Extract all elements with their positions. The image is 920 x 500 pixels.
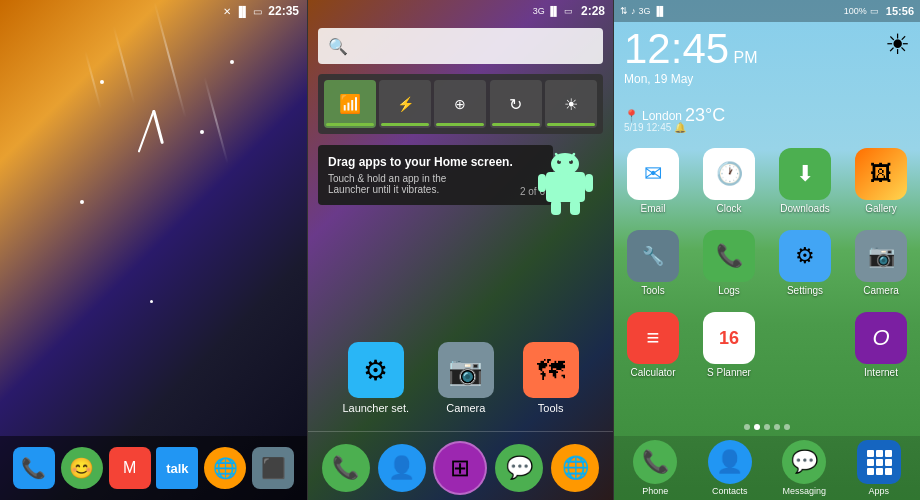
dock-contacts[interactable]: 👤 xyxy=(378,444,426,492)
dock-apps[interactable]: Apps xyxy=(857,440,901,496)
dock-browser[interactable]: 🌐 xyxy=(204,447,246,489)
settings-app[interactable]: ⚙ Settings xyxy=(770,230,840,296)
dock-messaging[interactable]: 💬 Messaging xyxy=(782,440,826,496)
svg-rect-14 xyxy=(876,459,883,466)
shelf-divider xyxy=(308,431,613,432)
status-left-icons: ⇅ ♪ 3G ▐▌ xyxy=(620,6,666,16)
alarm-row: 5/19 12:45 🔔 xyxy=(624,122,686,133)
sync-icon: ↻ xyxy=(509,95,522,114)
brightness-toggle[interactable]: ☀ xyxy=(545,80,597,128)
downloads-app[interactable]: ⬇ Downloads xyxy=(770,148,840,214)
page-indicator xyxy=(614,424,920,430)
tooltip-title: Drag apps to your Home screen. xyxy=(328,155,543,169)
dock-phone[interactable]: 📞 xyxy=(13,447,55,489)
svg-rect-0 xyxy=(546,172,585,202)
wifi-toggle[interactable]: 📶 xyxy=(324,80,376,128)
ampm-display: PM xyxy=(734,49,758,66)
svg-rect-9 xyxy=(570,200,580,215)
status-right-icons: 100% ▭ 15:56 xyxy=(844,5,914,17)
time-display: 12:45 xyxy=(624,25,729,72)
weather-sun-icon: ☀ xyxy=(885,28,910,61)
tools-icon-glyph: 🗺 xyxy=(537,354,565,387)
dock-contacts[interactable]: 👤 Contacts xyxy=(708,440,752,496)
launcher-settings-icon[interactable]: ⚙ Launcher set. xyxy=(342,342,409,414)
dock-phone[interactable]: 📞 Phone xyxy=(633,440,677,496)
icon-label: Camera xyxy=(863,285,899,296)
allapps-icon: ⬛ xyxy=(261,456,286,480)
email-app[interactable]: ✉ Email xyxy=(618,148,688,214)
dot-3 xyxy=(764,424,770,430)
hour-hand xyxy=(152,110,164,145)
dock-browser[interactable]: 🌐 xyxy=(551,444,599,492)
panel-android-stock: ✕ ▐▌ ▭ 22:35 📞 😊 M talk 🌐 ⬛ xyxy=(0,0,307,500)
p2-signal: 3G ▐▌ xyxy=(533,6,560,16)
location-toggle[interactable]: ⊕ xyxy=(434,80,486,128)
settings-gear-icon: ⚙ xyxy=(363,354,388,387)
dock-bar: 📞 Phone 👤 Contacts 💬 Messaging xyxy=(614,436,920,500)
svg-point-1 xyxy=(551,153,579,175)
downloads-icon: ⬇ xyxy=(796,161,814,187)
dock-sms[interactable]: 💬 xyxy=(495,444,543,492)
city-name: London xyxy=(642,109,682,123)
icon-bg: ✉ xyxy=(627,148,679,200)
clock-widget xyxy=(94,60,214,180)
clock-face xyxy=(104,60,204,160)
internet-app[interactable]: O Internet xyxy=(846,312,916,378)
dot-1 xyxy=(744,424,750,430)
dot-2 xyxy=(754,424,760,430)
battery-pct: 100% xyxy=(844,6,867,16)
icon-bg: 👤 xyxy=(708,440,752,484)
dock-allapps[interactable]: ⬛ xyxy=(252,447,294,489)
battery-icon: ▭ xyxy=(870,6,879,16)
svg-rect-7 xyxy=(585,174,593,192)
usb-icon: ⇅ xyxy=(620,6,628,16)
icon-bg: 📞 xyxy=(633,440,677,484)
tools-app[interactable]: 🔧 Tools xyxy=(618,230,688,296)
icon-label: Apps xyxy=(868,486,889,496)
app-grid-row2: 🔧 Tools 📞 Logs ⚙ Settings 📷 Camera xyxy=(618,230,916,296)
dock-bar: 📞 😊 M talk 🌐 ⬛ xyxy=(0,436,307,500)
dock-allapps[interactable]: ⊞ xyxy=(433,441,487,495)
camera-app[interactable]: 📷 Camera xyxy=(846,230,916,296)
active-indicator xyxy=(326,123,374,126)
sync-toggle[interactable]: ↻ xyxy=(490,80,542,128)
gallery-app[interactable]: 🖼 Gallery xyxy=(846,148,916,214)
quick-settings-panel: 📶 ⚡ ⊕ ↻ ☀ xyxy=(318,74,603,134)
launcher-tooltip: Drag apps to your Home screen. Touch & h… xyxy=(318,145,553,205)
svg-rect-12 xyxy=(885,450,892,457)
logs-app[interactable]: 📞 Logs xyxy=(694,230,764,296)
dock-gmail[interactable]: M xyxy=(109,447,151,489)
status-time: 22:35 xyxy=(268,4,299,18)
icon-bg xyxy=(857,440,901,484)
tools-icon[interactable]: 🗺 Tools xyxy=(523,342,579,414)
clock-app[interactable]: 🕐 Clock xyxy=(694,148,764,214)
status-bar: ⇅ ♪ 3G ▐▌ 100% ▭ 15:56 xyxy=(614,0,920,22)
dot-4 xyxy=(774,424,780,430)
signal-3g-icon: 3G xyxy=(639,6,651,16)
icon-bg: 📷 xyxy=(855,230,907,282)
tools-icon: 🔧 xyxy=(642,245,664,267)
icon-label: Phone xyxy=(642,486,668,496)
icon-box: 🗺 xyxy=(523,342,579,398)
bluetooth-toggle[interactable]: ⚡ xyxy=(379,80,431,128)
camera-icon[interactable]: 📷 Camera xyxy=(438,342,494,414)
dock-bar: 📞 👤 ⊞ 💬 🌐 xyxy=(308,436,613,500)
svg-rect-8 xyxy=(551,200,561,215)
splanner-app[interactable]: 16 S Planner xyxy=(694,312,764,378)
calculator-app[interactable]: ≡ Calculator xyxy=(618,312,688,378)
icon-bg: 🕐 xyxy=(703,148,755,200)
dock-talk[interactable]: talk xyxy=(156,447,198,489)
dock-sms[interactable]: 😊 xyxy=(61,447,103,489)
camera-icon-glyph: 📷 xyxy=(448,354,483,387)
svg-rect-13 xyxy=(867,459,874,466)
search-bar[interactable]: 🔍 xyxy=(318,28,603,64)
airplane-icon: ✕ xyxy=(223,6,231,17)
icon-bg: ⬇ xyxy=(779,148,831,200)
icon-bg: 💬 xyxy=(782,440,826,484)
contacts-icon: 👤 xyxy=(388,455,415,481)
dock-phone[interactable]: 📞 xyxy=(322,444,370,492)
icon-bg: 🔧 xyxy=(627,230,679,282)
svg-rect-10 xyxy=(867,450,874,457)
icon-label: Tools xyxy=(641,285,664,296)
internet-icon: O xyxy=(872,325,889,351)
